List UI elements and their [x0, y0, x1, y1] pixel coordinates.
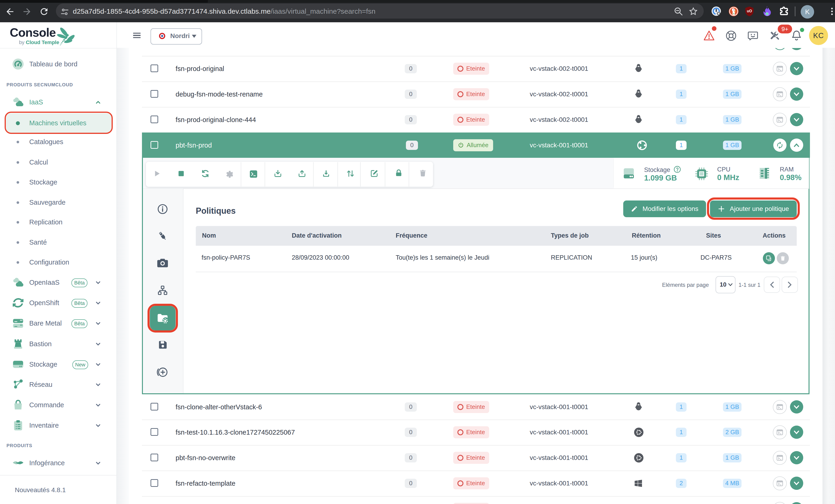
svg-text:uO: uO: [747, 9, 752, 13]
